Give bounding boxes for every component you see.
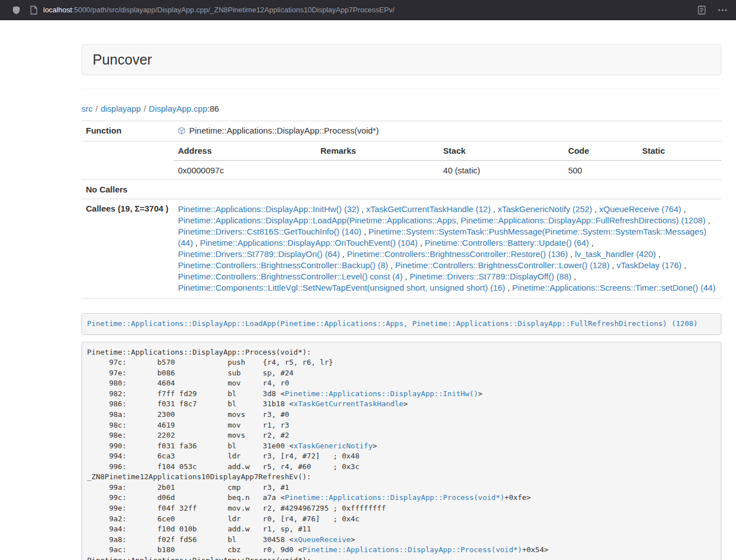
callees-label: Callees (19, Σ=3704 ) bbox=[81, 199, 173, 299]
breadcrumb: src/displayapp/DisplayApp.cpp:86 bbox=[81, 104, 721, 113]
disasm-symbol-link[interactable]: xQueueReceive bbox=[294, 535, 351, 544]
column-static: Static bbox=[638, 141, 721, 160]
tracking-shield-icon[interactable] bbox=[12, 6, 21, 15]
column-address: Address bbox=[173, 141, 316, 160]
callee-link[interactable]: Pinetime::Drivers::St7789::DisplayOn() (… bbox=[178, 249, 340, 259]
url-path: :5000/path/src/displayapp/DisplayApp.cpp… bbox=[72, 6, 395, 14]
column-code: Code bbox=[564, 141, 638, 160]
callee-link[interactable]: Pinetime::Applications::DisplayApp::Load… bbox=[178, 215, 706, 225]
column-stack: Stack bbox=[438, 141, 564, 160]
breadcrumb-src[interactable]: src bbox=[81, 104, 93, 113]
metrics-table: Address Remarks Stack Code Static 0x0000… bbox=[173, 141, 721, 180]
function-label: Function bbox=[81, 121, 173, 141]
callee-link[interactable]: Pinetime::Drivers::St7789::DisplayOff() … bbox=[410, 272, 572, 281]
callee-link[interactable]: Pinetime::Applications::DisplayApp::Init… bbox=[178, 204, 359, 214]
url-host: localhost bbox=[43, 6, 72, 14]
disasm-symbol-link[interactable]: Pinetime::Applications::DisplayApp::Proc… bbox=[303, 545, 522, 554]
breadcrumb-separator: / bbox=[144, 104, 146, 113]
callee-link[interactable]: Pinetime::Components::LittleVgl::SetNewT… bbox=[178, 283, 505, 292]
page-container: Puncover src/displayapp/DisplayApp.cpp:8… bbox=[81, 44, 721, 560]
callee-link[interactable]: lv_task_handler (420) bbox=[575, 249, 656, 259]
overflow-menu-icon[interactable] bbox=[718, 9, 727, 11]
breadcrumb-line-number: :86 bbox=[207, 104, 219, 113]
callee-link[interactable]: xQueueReceive (764) bbox=[599, 204, 681, 214]
breadcrumb-separator: / bbox=[95, 104, 98, 113]
reader-view-icon[interactable] bbox=[698, 6, 706, 15]
column-remarks: Remarks bbox=[316, 141, 439, 160]
callee-link[interactable]: Pinetime::Controllers::Battery::Update()… bbox=[424, 238, 589, 247]
callee-link[interactable]: vTaskDelay (176) bbox=[616, 260, 682, 270]
cell-static bbox=[638, 160, 721, 180]
callees-list: Pinetime::Applications::DisplayApp::Init… bbox=[173, 199, 721, 299]
callee-link[interactable]: Pinetime::Controllers::BrightnessControl… bbox=[178, 260, 388, 270]
callee-link[interactable]: Pinetime::Controllers::BrightnessControl… bbox=[347, 249, 568, 259]
disassembly: Pinetime::Applications::DisplayApp::Proc… bbox=[81, 342, 721, 560]
callee-link[interactable]: xTaskGenericNotify (252) bbox=[497, 204, 592, 214]
highlighted-symbol-link[interactable]: Pinetime::Applications::DisplayApp::Load… bbox=[87, 319, 698, 328]
no-callers-row: No Callers bbox=[81, 180, 721, 199]
disasm-symbol-link[interactable]: Pinetime::Applications::DisplayApp::Proc… bbox=[285, 493, 504, 502]
divider bbox=[81, 89, 721, 89]
breadcrumb-displayapp[interactable]: displayapp bbox=[100, 104, 141, 113]
url-bar[interactable]: localhost:5000/path/src/displayapp/Displ… bbox=[43, 6, 698, 14]
cell-code: 500 bbox=[564, 160, 638, 180]
callee-link[interactable]: xTaskGetCurrentTaskHandle (12) bbox=[366, 204, 491, 214]
cell-remarks bbox=[316, 160, 439, 180]
function-name: Pinetime::Applications::DisplayApp::Proc… bbox=[189, 126, 379, 135]
page-info-icon[interactable] bbox=[30, 6, 38, 15]
disasm-symbol-link[interactable]: xTaskGetCurrentTaskHandle bbox=[294, 400, 404, 408]
metrics-data-row: 0x0000097c 40 (static) 500 bbox=[173, 160, 721, 180]
callees-row: Callees (19, Σ=3704 ) Pinetime::Applicat… bbox=[81, 199, 721, 299]
disasm-symbol-link[interactable]: Pinetime::Applications::DisplayApp::Init… bbox=[285, 389, 478, 398]
callee-link[interactable]: Pinetime::Controllers::BrightnessControl… bbox=[395, 260, 610, 270]
no-callers-label: No Callers bbox=[81, 180, 173, 199]
metrics-row-spacer bbox=[81, 141, 173, 180]
metrics-row: Address Remarks Stack Code Static 0x0000… bbox=[81, 141, 721, 180]
callee-link[interactable]: Pinetime::Controllers::BrightnessControl… bbox=[178, 272, 403, 281]
cell-stack: 40 (static) bbox=[438, 160, 564, 180]
browser-toolbar: localhost:5000/path/src/displayapp/Displ… bbox=[0, 0, 736, 20]
page-title: Puncover bbox=[93, 52, 710, 68]
symbol-cube-icon bbox=[178, 127, 185, 136]
callee-link[interactable]: Pinetime::Applications::Screens::Timer::… bbox=[512, 283, 715, 292]
highlighted-symbol-box: Pinetime::Applications::DisplayApp::Load… bbox=[81, 313, 721, 335]
disasm-symbol-link[interactable]: xTaskGenericNotify bbox=[294, 442, 373, 450]
breadcrumb-file[interactable]: DisplayApp.cpp bbox=[149, 104, 207, 113]
callee-link[interactable]: Pinetime::Applications::DisplayApp::OnTo… bbox=[200, 238, 418, 247]
function-table: Function Pinetime::Applications::Display… bbox=[81, 121, 721, 299]
callee-link[interactable]: Pinetime::Drivers::Cst816S::GetTouchInfo… bbox=[178, 227, 362, 236]
function-row: Function Pinetime::Applications::Display… bbox=[81, 121, 721, 141]
puncover-header: Puncover bbox=[81, 44, 721, 75]
cell-address: 0x0000097c bbox=[173, 160, 316, 180]
